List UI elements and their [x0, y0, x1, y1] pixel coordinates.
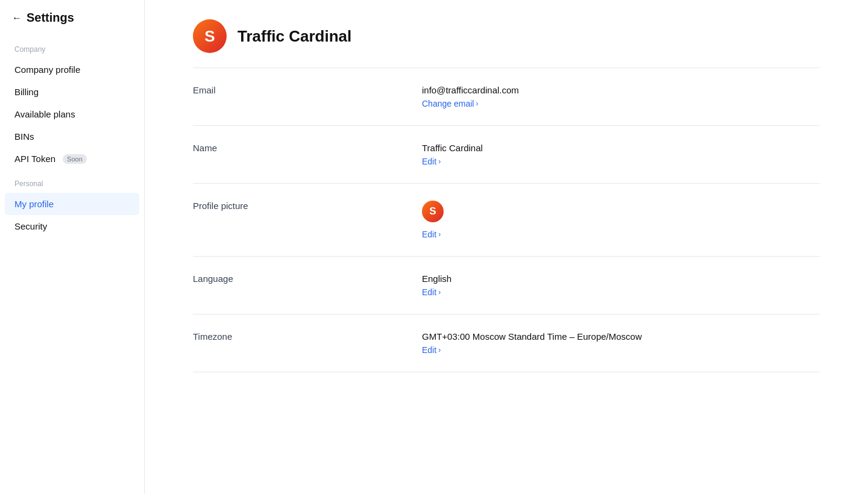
chevron-right-icon: ›	[438, 346, 441, 354]
sidebar-item-bins[interactable]: BINs	[0, 125, 144, 148]
edit-language-link[interactable]: Edit ›	[422, 287, 820, 297]
language-label: Language	[193, 274, 422, 284]
sidebar-item-label: Available plans	[14, 109, 75, 119]
profile-picture-row: Profile picture S Edit ›	[193, 184, 820, 257]
timezone-label: Timezone	[193, 331, 422, 342]
email-label: Email	[193, 85, 422, 95]
profile-picture-label: Profile picture	[193, 201, 422, 211]
change-email-label: Change email	[422, 99, 474, 108]
back-arrow-icon: ←	[12, 13, 22, 23]
sidebar-item-billing[interactable]: Billing	[0, 81, 144, 103]
sidebar-item-label: Company profile	[14, 64, 80, 75]
edit-language-label: Edit	[422, 287, 436, 297]
email-row: Email info@trafficcardinal.com Change em…	[193, 68, 820, 126]
name-label: Name	[193, 143, 422, 153]
sidebar-item-label: BINs	[14, 131, 34, 142]
language-row: Language English Edit ›	[193, 257, 820, 314]
sidebar: ← Settings Company Company profile Billi…	[0, 0, 145, 494]
name-row: Name Traffic Cardinal Edit ›	[193, 126, 820, 184]
language-value: English	[422, 274, 820, 284]
back-to-app[interactable]: ← Settings	[0, 0, 144, 36]
sidebar-item-company-profile[interactable]: Company profile	[0, 58, 144, 81]
chevron-right-icon: ›	[476, 100, 478, 107]
chevron-right-icon: ›	[438, 289, 441, 296]
profile-name-heading: Traffic Cardinal	[237, 27, 351, 46]
edit-name-link[interactable]: Edit ›	[422, 157, 820, 166]
timezone-value: GMT+03:00 Moscow Standard Time – Europe/…	[422, 331, 820, 342]
email-value: info@trafficcardinal.com	[422, 85, 820, 95]
profile-picture-avatar: S	[422, 201, 444, 222]
avatar-letter: S	[204, 27, 215, 46]
sidebar-item-label: Security	[14, 221, 47, 231]
edit-timezone-label: Edit	[422, 345, 436, 355]
language-value-container: English Edit ›	[422, 274, 820, 297]
main-content: S Traffic Cardinal Email info@trafficcar…	[145, 0, 868, 494]
sidebar-item-label: Billing	[14, 87, 39, 97]
name-value-container: Traffic Cardinal Edit ›	[422, 143, 820, 166]
sidebar-item-label: API Token	[14, 154, 55, 164]
email-value-container: info@trafficcardinal.com Change email ›	[422, 85, 820, 108]
profile-header: S Traffic Cardinal	[193, 0, 820, 68]
picture-avatar-letter: S	[429, 205, 436, 217]
edit-timezone-link[interactable]: Edit ›	[422, 345, 820, 355]
profile-picture-value-container: S Edit ›	[422, 201, 820, 239]
sidebar-item-label: My profile	[14, 199, 54, 209]
sidebar-item-my-profile[interactable]: My profile	[5, 193, 139, 215]
name-value: Traffic Cardinal	[422, 143, 820, 153]
chevron-right-icon: ›	[438, 231, 441, 238]
timezone-row: Timezone GMT+03:00 Moscow Standard Time …	[193, 314, 820, 372]
edit-picture-link[interactable]: Edit ›	[422, 230, 820, 239]
sidebar-item-security[interactable]: Security	[0, 215, 144, 237]
chevron-right-icon: ›	[438, 158, 441, 165]
sidebar-title: Settings	[27, 11, 74, 25]
edit-picture-label: Edit	[422, 230, 436, 239]
change-email-link[interactable]: Change email ›	[422, 99, 820, 108]
sidebar-item-available-plans[interactable]: Available plans	[0, 103, 144, 125]
sidebar-item-api-token[interactable]: API Token Soon	[0, 148, 144, 170]
profile-avatar-large: S	[193, 19, 227, 53]
company-section-label: Company	[0, 36, 144, 58]
soon-badge: Soon	[63, 154, 87, 164]
timezone-value-container: GMT+03:00 Moscow Standard Time – Europe/…	[422, 331, 820, 355]
edit-name-label: Edit	[422, 157, 436, 166]
personal-section-label: Personal	[0, 170, 144, 193]
